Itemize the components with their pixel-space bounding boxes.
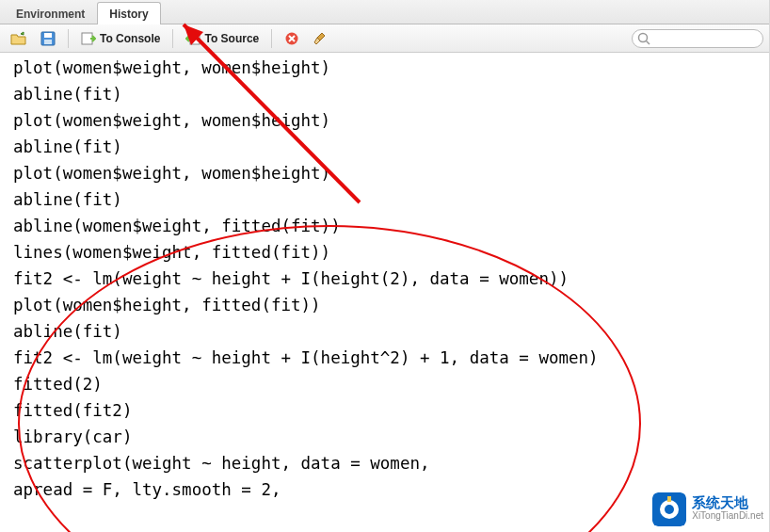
history-line[interactable]: plot(women$height, fitted(fit)) xyxy=(13,292,760,318)
delete-icon xyxy=(284,31,299,46)
history-line[interactable]: plot(women$weight, women$height) xyxy=(13,107,760,134)
broom-icon xyxy=(313,31,328,46)
history-line[interactable]: library(car) xyxy=(13,424,760,450)
tab-environment[interactable]: Environment xyxy=(4,2,97,24)
history-line[interactable]: abline(fit) xyxy=(13,318,760,345)
to-source-icon xyxy=(185,31,201,46)
toolbar: To Console To Source xyxy=(0,24,769,53)
to-source-button[interactable]: To Source xyxy=(181,29,264,48)
tab-history[interactable]: History xyxy=(97,2,160,24)
to-source-label: To Source xyxy=(204,32,259,45)
history-area: plot(women$weight, women$height)abline(f… xyxy=(0,53,769,505)
open-folder-button[interactable] xyxy=(6,29,32,48)
search-wrap xyxy=(632,29,763,48)
svg-rect-4 xyxy=(190,33,200,44)
svg-rect-2 xyxy=(44,40,52,44)
history-line[interactable]: lines(women$weight, fitted(fit)) xyxy=(13,239,760,266)
toolbar-separator xyxy=(271,29,272,48)
delete-button[interactable] xyxy=(280,29,304,48)
history-line[interactable]: abline(fit) xyxy=(13,186,760,213)
save-icon xyxy=(40,31,56,46)
svg-rect-1 xyxy=(44,33,52,38)
save-button[interactable] xyxy=(36,29,60,48)
history-line[interactable]: fitted(fit2) xyxy=(13,397,760,424)
watermark: 系统天地 XiTongTianDi.net xyxy=(652,492,763,526)
history-line[interactable]: plot(women$weight, women$height) xyxy=(13,55,760,81)
watermark-text: 系统天地 XiTongTianDi.net xyxy=(692,496,763,523)
history-line[interactable]: apread = F, lty.smooth = 2, xyxy=(13,476,760,503)
history-line[interactable]: fit2 <- lm(weight ~ height + I(height(2)… xyxy=(13,266,760,292)
to-console-label: To Console xyxy=(100,32,160,45)
toolbar-separator xyxy=(68,29,69,48)
to-console-icon xyxy=(81,31,96,46)
history-line[interactable]: abline(fit) xyxy=(13,81,760,107)
open-folder-icon xyxy=(10,31,27,46)
tab-strip: Environment History xyxy=(0,0,769,24)
watermark-en: XiTongTianDi.net xyxy=(692,509,763,523)
clear-button[interactable] xyxy=(308,29,332,48)
history-line[interactable]: scatterplot(weight ~ height, data = wome… xyxy=(13,450,760,476)
history-line[interactable]: fit2 <- lm(weight ~ height + I(height^2)… xyxy=(13,345,760,371)
svg-rect-13 xyxy=(667,496,671,502)
history-line[interactable]: plot(women$weight, women$height) xyxy=(13,160,760,186)
search-input[interactable] xyxy=(632,29,763,48)
watermark-cn: 系统天地 xyxy=(692,496,763,509)
history-line[interactable]: abline(women$weight, fitted(fit)) xyxy=(13,213,760,239)
watermark-logo xyxy=(652,492,686,526)
to-console-button[interactable]: To Console xyxy=(76,29,165,48)
history-line[interactable]: fitted(2) xyxy=(13,371,760,397)
toolbar-separator xyxy=(172,29,173,48)
history-line[interactable]: abline(fit) xyxy=(13,134,760,160)
